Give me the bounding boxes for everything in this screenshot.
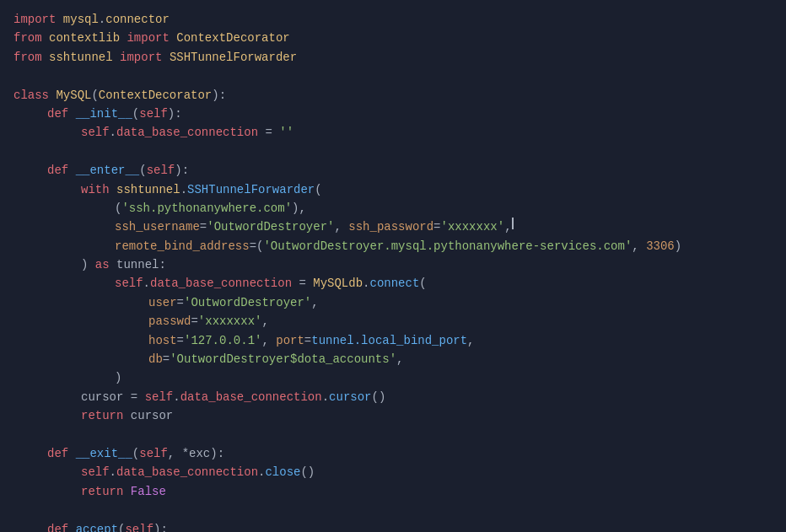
keyword-import: import [13, 10, 56, 29]
keyword-from-1: from [13, 29, 42, 47]
keyword-false: False [131, 482, 166, 501]
code-line-7: self . data_base_connection = '' [13, 123, 773, 142]
module-sshtunnel: sshtunnel [49, 48, 113, 67]
module-mysql: mysql [63, 10, 99, 29]
keyword-import-3: import [120, 48, 162, 67]
method-cursor: cursor [329, 388, 371, 406]
param-self-1: self [139, 105, 168, 123]
module-connector: connector [105, 10, 170, 29]
keyword-as: as [95, 255, 110, 274]
tunnel-local-bind-port: tunnel.local_bind_port [311, 331, 467, 350]
code-line-11: ( 'ssh.pythonanywhere.com' ), [13, 199, 773, 218]
string-db: 'OutwordDestroyer$dota_accounts' [170, 350, 396, 368]
string-ssh-host: 'ssh.pythonanywhere.com' [121, 199, 292, 218]
code-line-14: ) as tunnel: [13, 255, 773, 274]
string-remote-host: 'OutwordDestroyer.mysql.pythonanywhere-s… [263, 237, 632, 255]
code-line-10: with sshtunnel . SSHTunnelForwarder ( [13, 180, 773, 199]
attr-data-base-connection-3: data_base_connection [180, 388, 322, 406]
text-cursor [512, 218, 514, 229]
kwarg-ssh-password: ssh_password [348, 218, 433, 236]
code-line-25: self . data_base_connection . close () [13, 463, 773, 481]
code-line-blank-2 [13, 142, 773, 161]
attr-data-base-connection-2: data_base_connection [150, 274, 292, 293]
code-line-6: def __init__ ( self ): [13, 105, 773, 123]
code-line-16: user = 'OutwordDestroyer' , [13, 293, 773, 312]
code-line-1: import mysql . connector [13, 10, 773, 29]
keyword-def-4: def [47, 520, 68, 532]
class-mysql: MySQL [56, 86, 91, 105]
keyword-return-1: return [81, 406, 123, 425]
func-enter: __enter__ [76, 161, 140, 180]
kwarg-ssh-username: ssh_username [115, 218, 200, 236]
code-line-blank-3 [13, 426, 773, 444]
class-contextdecorator-ref: ContextDecorator [99, 86, 212, 105]
string-empty: '' [279, 123, 293, 142]
method-close: close [265, 463, 300, 481]
keyword-import-2: import [127, 29, 169, 47]
self-ref-2: self [115, 274, 143, 293]
keyword-return-2: return [81, 482, 123, 501]
code-line-26: return False [13, 482, 773, 501]
code-line-21: cursor = self . data_base_connection . c… [13, 388, 773, 406]
code-line-28: def accept ( self ): [13, 520, 773, 532]
code-line-22: return cursor [13, 406, 773, 425]
func-sshtunnelforwarder: SSHTunnelForwarder [187, 180, 315, 199]
code-line-19: db = 'OutwordDestroyer$dota_accounts' , [13, 350, 773, 368]
keyword-with: with [81, 180, 110, 199]
func-exit: __exit__ [76, 444, 132, 463]
code-line-15: self . data_base_connection = MySQLdb . … [13, 274, 773, 293]
kwarg-db: db [148, 350, 163, 368]
code-line-2: from contextlib import ContextDecorator [13, 29, 773, 47]
code-line-18: host = '127.0.0.1' , port = tunnel.local… [13, 331, 773, 350]
code-line-blank-1 [13, 67, 773, 85]
keyword-from-2: from [13, 48, 42, 67]
code-line-20: ) [13, 368, 773, 387]
code-line-blank-4 [13, 501, 773, 519]
kwarg-port: port [276, 331, 304, 350]
code-line-24: def __exit__ ( self , *exc): [13, 444, 773, 463]
string-username: 'OutwordDestroyer' [207, 218, 334, 236]
kwarg-user: user [148, 293, 177, 312]
kwarg-remote-bind: remote_bind_address [115, 237, 250, 255]
code-line-17: passwd = 'xxxxxxx' , [13, 312, 773, 330]
self-ref-3: self [145, 388, 174, 406]
module-contextlib: contextlib [49, 29, 120, 47]
class-contextdecorator: ContextDecorator [176, 29, 289, 47]
param-self-2: self [147, 161, 175, 180]
code-line-13: remote_bind_address =( 'OutwordDestroyer… [13, 237, 773, 255]
string-user: 'OutwordDestroyer' [184, 293, 311, 312]
code-line-12: ssh_username = 'OutwordDestroyer' , ssh_… [13, 218, 773, 236]
string-host: '127.0.0.1' [184, 331, 261, 350]
attr-data-base-connection-1: data_base_connection [116, 123, 258, 142]
code-line-3: from sshtunnel import SSHTunnelForwarder [13, 48, 773, 67]
keyword-def-2: def [47, 161, 68, 180]
code-editor: import mysql . connector from contextlib… [0, 0, 786, 532]
number-port: 3306 [646, 237, 675, 255]
self-ref-1: self [81, 123, 110, 142]
func-init: __init__ [76, 105, 132, 123]
code-line-9: def __enter__ ( self ): [13, 161, 773, 180]
func-accept: accept [76, 520, 118, 532]
keyword-def-3: def [47, 444, 68, 463]
code-line-5: class MySQL ( ContextDecorator ): [13, 86, 773, 105]
string-passwd: 'xxxxxxx' [198, 312, 262, 330]
keyword-class: class [13, 86, 49, 105]
module-mysqldb: MySQLdb [313, 274, 363, 293]
param-self-4: self [125, 520, 153, 532]
self-ref-4: self [81, 463, 110, 481]
keyword-def-1: def [47, 105, 68, 123]
module-sshtunnel-ref: sshtunnel [116, 180, 180, 199]
kwarg-host: host [148, 331, 177, 350]
kwarg-passwd: passwd [148, 312, 191, 330]
func-connect: connect [369, 274, 419, 293]
param-self-3: self [139, 444, 168, 463]
class-sshtunnelforwarder: SSHTunnelForwarder [170, 48, 297, 67]
string-password: 'xxxxxxx' [441, 218, 505, 236]
attr-data-base-connection-4: data_base_connection [116, 463, 258, 481]
